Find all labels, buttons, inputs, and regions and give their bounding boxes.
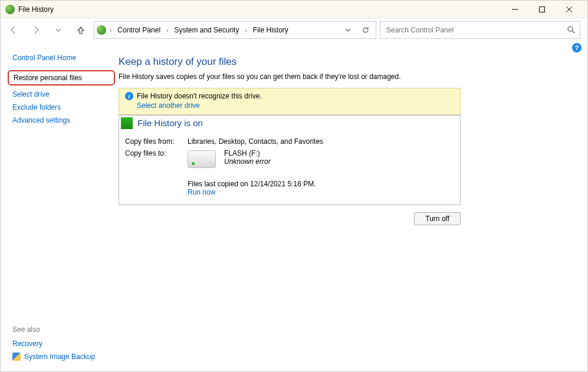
drive-icon	[188, 150, 216, 168]
search-input[interactable]	[385, 25, 563, 35]
see-also-recovery[interactable]: Recovery	[12, 340, 42, 348]
recent-locations-button[interactable]	[49, 21, 68, 39]
warning-banner: i File History doesn't recognize this dr…	[119, 88, 461, 115]
breadcrumb-item[interactable]: System and Security	[172, 25, 241, 35]
see-also-system-image-backup[interactable]: System Image Backup	[24, 353, 95, 361]
copy-from-label: Copy files from:	[125, 137, 184, 146]
window-title: File History	[18, 5, 54, 14]
see-also-header: See also	[12, 322, 110, 337]
location-icon	[97, 25, 106, 35]
maximize-button[interactable]	[528, 1, 556, 18]
up-button[interactable]	[71, 21, 90, 39]
sidebar-item-restore[interactable]: Restore personal files	[8, 70, 115, 85]
search-box[interactable]	[380, 21, 580, 39]
forward-button[interactable]	[27, 21, 45, 39]
sidebar-item-select-drive[interactable]: Select drive	[12, 88, 110, 101]
drive-status: Unknown error	[224, 157, 271, 166]
shield-icon	[12, 353, 21, 361]
breadcrumb-item[interactable]: Control Panel	[115, 25, 163, 35]
svg-point-4	[568, 27, 573, 31]
warning-text: File History doesn't recognize this driv…	[137, 92, 262, 100]
titlebar: File History	[1, 1, 587, 18]
chevron-right-icon[interactable]: ›	[109, 27, 113, 34]
status-panel: File History is on Copy files from: Libr…	[119, 115, 461, 205]
page-subtitle: File History saves copies of your files …	[119, 73, 570, 81]
sidebar: Control Panel Home Restore personal file…	[1, 42, 119, 371]
run-now-link[interactable]: Run now	[188, 188, 454, 196]
nav-toolbar: › Control Panel › System and Security › …	[1, 18, 587, 42]
sidebar-item-exclude-folders[interactable]: Exclude folders	[12, 101, 110, 114]
address-bar[interactable]: › Control Panel › System and Security › …	[94, 21, 376, 39]
chevron-right-icon[interactable]: ›	[244, 27, 248, 34]
help-button[interactable]: ?	[572, 43, 582, 52]
status-title: File History is on	[137, 118, 203, 128]
info-icon: i	[125, 92, 133, 100]
file-history-icon	[5, 5, 15, 14]
close-button[interactable]	[556, 1, 583, 18]
chevron-right-icon[interactable]: ›	[165, 27, 169, 34]
back-button[interactable]	[4, 21, 23, 39]
status-on-icon	[121, 117, 133, 129]
last-copied-text: Files last copied on 12/14/2021 5:16 PM.	[188, 180, 454, 188]
svg-rect-1	[540, 6, 545, 12]
minimize-button[interactable]	[501, 1, 528, 18]
search-icon[interactable]	[567, 25, 575, 35]
address-dropdown-button[interactable]	[340, 22, 356, 38]
turn-off-button[interactable]: Turn off	[414, 212, 461, 225]
refresh-button[interactable]	[358, 22, 373, 38]
control-panel-home-link[interactable]: Control Panel Home	[12, 51, 110, 64]
main-content: ? Keep a history of your files File Hist…	[119, 42, 587, 371]
copy-from-value: Libraries, Desktop, Contacts, and Favori…	[188, 137, 454, 146]
breadcrumb-item[interactable]: File History	[251, 25, 291, 35]
copy-to-label: Copy files to:	[125, 149, 184, 157]
svg-line-5	[572, 31, 574, 33]
sidebar-item-advanced-settings[interactable]: Advanced settings	[12, 114, 110, 127]
select-another-drive-link[interactable]: Select another drive	[137, 101, 454, 110]
drive-name: FLASH (F:)	[224, 149, 271, 157]
page-title: Keep a history of your files	[119, 56, 570, 68]
